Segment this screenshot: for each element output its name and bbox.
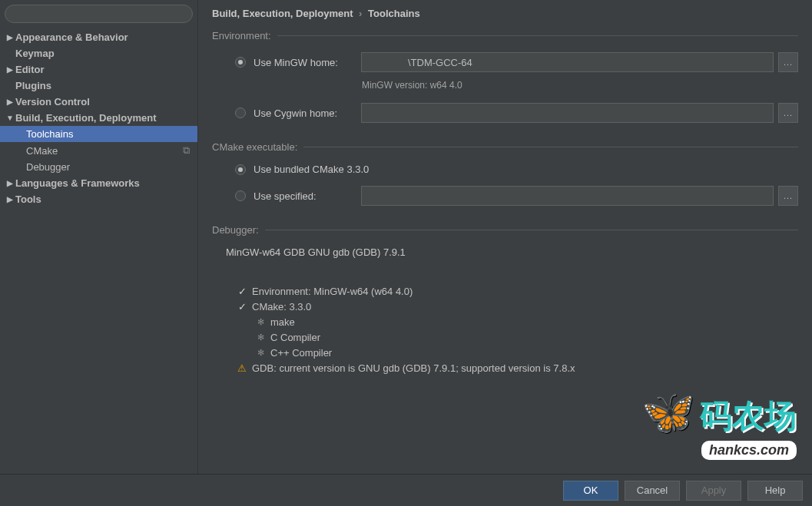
settings-content: Build, Execution, Deployment › Toolchain… bbox=[198, 0, 812, 474]
radio-bundled-label: Use bundled CMake 3.3.0 bbox=[254, 164, 369, 175]
search-input[interactable] bbox=[5, 5, 193, 23]
radio-cygwin[interactable] bbox=[235, 107, 246, 118]
section-label: Environment: bbox=[212, 30, 271, 41]
spinner-icon: ✻ bbox=[254, 348, 267, 358]
browse-mingw-button[interactable]: ... bbox=[778, 52, 798, 72]
check-icon: ✓ bbox=[235, 286, 249, 297]
radio-mingw[interactable] bbox=[235, 57, 246, 68]
settings-sidebar: ▶Appearance & Behavior Keymap ▶Editor Pl… bbox=[0, 0, 198, 474]
status-cc: ✻C Compiler bbox=[254, 332, 798, 343]
watermark: 🦋 码农场 hankcs.com bbox=[641, 387, 797, 460]
sidebar-item-keymap[interactable]: Keymap bbox=[0, 45, 197, 61]
section-debugger: Debugger: bbox=[212, 224, 798, 236]
check-icon: ✓ bbox=[235, 301, 249, 313]
status-text: make bbox=[270, 316, 295, 328]
section-label: CMake executable: bbox=[212, 141, 297, 153]
sidebar-item-debugger[interactable]: Debugger bbox=[0, 159, 197, 175]
ok-button[interactable]: OK bbox=[563, 481, 618, 501]
sidebar-item-label: Build, Execution, Deployment bbox=[15, 112, 156, 124]
apply-button[interactable]: Apply bbox=[686, 481, 741, 501]
cancel-button[interactable]: Cancel bbox=[625, 481, 680, 501]
sidebar-item-label: Appearance & Behavior bbox=[15, 31, 128, 43]
section-label: Debugger: bbox=[212, 224, 259, 236]
project-scope-icon: ⧉ bbox=[183, 144, 190, 157]
status-gdb-warn: ⚠GDB: current version is GNU gdb (GDB) 7… bbox=[235, 362, 798, 374]
sidebar-item-label: Languages & Frameworks bbox=[15, 177, 140, 189]
radio-specified-label: Use specified: bbox=[254, 190, 361, 202]
breadcrumb: Build, Execution, Deployment › Toolchain… bbox=[212, 8, 798, 19]
mingw-home-input[interactable] bbox=[361, 52, 774, 72]
sidebar-item-plugins[interactable]: Plugins bbox=[0, 78, 197, 94]
sidebar-item-vcs[interactable]: ▶Version Control bbox=[0, 94, 197, 110]
sidebar-item-label: Tools bbox=[15, 193, 41, 205]
sidebar-item-label: Plugins bbox=[15, 80, 51, 91]
help-button[interactable]: Help bbox=[747, 481, 803, 501]
status-text: C Compiler bbox=[270, 332, 320, 343]
breadcrumb-leaf: Toolchains bbox=[368, 8, 420, 19]
debugger-value: MinGW-w64 GDB GNU gdb (GDB) 7.9.1 bbox=[226, 246, 798, 258]
status-cmake: ✓CMake: 3.3.0 bbox=[235, 301, 798, 313]
butterfly-icon: 🦋 bbox=[641, 387, 695, 438]
sidebar-item-cmake[interactable]: CMake⧉ bbox=[0, 142, 197, 159]
cmake-path-input[interactable] bbox=[361, 186, 774, 206]
sidebar-item-editor[interactable]: ▶Editor bbox=[0, 61, 197, 78]
spinner-icon: ✻ bbox=[254, 332, 267, 342]
sidebar-item-label: Debugger bbox=[26, 161, 70, 173]
sidebar-item-label: CMake bbox=[26, 145, 58, 157]
status-text: GDB: current version is GNU gdb (GDB) 7.… bbox=[252, 362, 575, 374]
radio-mingw-label: Use MinGW home: bbox=[254, 57, 361, 68]
breadcrumb-sep: › bbox=[359, 8, 362, 19]
radio-specified-cmake[interactable] bbox=[235, 190, 246, 201]
radio-bundled-cmake[interactable] bbox=[235, 164, 246, 175]
status-env: ✓Environment: MinGW-w64 (w64 4.0) bbox=[235, 286, 798, 297]
cygwin-home-input[interactable] bbox=[361, 103, 774, 123]
radio-cygwin-label: Use Cygwin home: bbox=[254, 107, 361, 119]
status-text: Environment: MinGW-w64 (w64 4.0) bbox=[252, 286, 413, 297]
status-text: C++ Compiler bbox=[270, 347, 332, 359]
sidebar-item-build[interactable]: ▼Build, Execution, Deployment bbox=[0, 110, 197, 126]
sidebar-item-label: Version Control bbox=[15, 96, 90, 107]
watermark-logo: 码农场 bbox=[700, 395, 797, 438]
section-environment: Environment: bbox=[212, 30, 798, 41]
sidebar-item-appearance[interactable]: ▶Appearance & Behavior bbox=[0, 29, 197, 45]
sidebar-item-tools[interactable]: ▶Tools bbox=[0, 191, 197, 207]
status-cxx: ✻C++ Compiler bbox=[254, 347, 798, 359]
sidebar-item-languages[interactable]: ▶Languages & Frameworks bbox=[0, 175, 197, 191]
warning-icon: ⚠ bbox=[235, 362, 249, 374]
breadcrumb-root: Build, Execution, Deployment bbox=[212, 8, 353, 19]
watermark-url: hankcs.com bbox=[701, 441, 797, 460]
browse-cmake-button[interactable]: ... bbox=[778, 186, 798, 206]
section-cmake: CMake executable: bbox=[212, 141, 798, 153]
sidebar-item-label: Editor bbox=[15, 64, 45, 75]
status-make: ✻make bbox=[254, 316, 798, 328]
spinner-icon: ✻ bbox=[254, 317, 267, 327]
browse-cygwin-button[interactable]: ... bbox=[778, 103, 798, 123]
mingw-version-note: MinGW version: w64 4.0 bbox=[362, 80, 798, 91]
sidebar-item-label: Toolchains bbox=[26, 128, 73, 140]
dialog-button-bar: OK Cancel Apply Help bbox=[0, 474, 812, 506]
sidebar-item-label: Keymap bbox=[15, 48, 55, 59]
settings-tree: ▶Appearance & Behavior Keymap ▶Editor Pl… bbox=[0, 28, 197, 207]
sidebar-item-toolchains[interactable]: Toolchains bbox=[0, 126, 197, 142]
status-text: CMake: 3.3.0 bbox=[252, 301, 311, 313]
